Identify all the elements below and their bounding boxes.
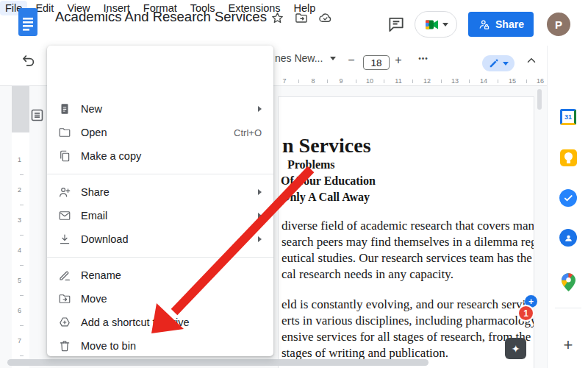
doc-subheading: Only A Call Away	[281, 191, 370, 204]
ruler-number: 14	[480, 77, 487, 85]
person-lock-icon	[478, 18, 490, 31]
comment-icon[interactable]	[387, 15, 406, 34]
font-size-decrease-button[interactable]: −	[345, 54, 357, 67]
ruler-margin-block	[12, 86, 29, 132]
font-family-value: nes New...	[275, 52, 323, 64]
star-icon[interactable]	[270, 11, 284, 26]
vertical-ruler: 1 2 3 4 5 6 7	[12, 86, 29, 368]
doc-text-line: search peers may find themselves in a di…	[282, 235, 534, 250]
account-avatar[interactable]: P	[547, 13, 570, 36]
ruler-number: 1	[18, 156, 21, 163]
chevron-down-icon	[503, 62, 509, 66]
doc-text-line: diverse field of academic research that …	[282, 219, 534, 233]
document-title[interactable]: Academics And Research Services	[55, 9, 267, 25]
menu-divider	[47, 174, 273, 174]
extension-sparkle-icon[interactable]: ✦	[505, 338, 526, 359]
doc-text-line: stages of writing and publication.	[282, 346, 448, 361]
ruler-number: 16	[537, 77, 544, 85]
ruler-number: 11	[395, 77, 401, 85]
pencil-icon	[489, 58, 499, 68]
shortcut-label: Ctrl+O	[234, 127, 262, 138]
docs-logo-icon[interactable]	[18, 7, 38, 37]
folder-move-icon	[58, 292, 71, 305]
menu-item-move[interactable]: Move	[47, 287, 273, 311]
doc-text-line: eld is constantly evolving, and our rese…	[282, 297, 531, 312]
undo-icon[interactable]	[21, 52, 37, 68]
drive-add-icon	[58, 316, 71, 329]
menu-item-download[interactable]: Download	[47, 227, 273, 251]
submenu-arrow-icon	[258, 106, 262, 112]
more-options-button[interactable]: •••	[414, 54, 433, 63]
document-outline-icon[interactable]	[29, 107, 45, 123]
menu-item-move-to-bin[interactable]: Move to bin	[47, 334, 273, 356]
pencil-icon	[58, 269, 71, 282]
ruler-number: 15	[509, 77, 516, 85]
document-page[interactable]: n Services Problems Of Your Education On…	[278, 96, 534, 368]
move-to-folder-icon[interactable]	[294, 11, 309, 26]
download-icon	[58, 233, 71, 246]
ruler-number: 12	[423, 77, 431, 85]
submenu-arrow-icon	[258, 213, 262, 219]
ruler-number: 4	[18, 247, 21, 254]
trash-icon	[58, 339, 71, 353]
folder-icon	[58, 126, 71, 139]
menu-item-rename[interactable]: Rename	[47, 263, 273, 287]
font-size-input[interactable]: 18	[363, 55, 390, 70]
font-size-increase-button[interactable]: +	[392, 54, 404, 67]
contacts-icon[interactable]	[559, 228, 578, 247]
ruler-number: 8	[311, 77, 315, 85]
editing-mode-button[interactable]	[482, 55, 514, 71]
keep-icon[interactable]	[559, 148, 578, 167]
submenu-arrow-icon	[258, 189, 262, 195]
ruler-number: 7	[18, 337, 21, 344]
app-header: Academics And Research Services File Edi…	[0, 0, 588, 46]
submenu-arrow-icon	[258, 236, 262, 242]
doc-subheading: Of Your Education	[281, 174, 376, 188]
font-family-select[interactable]: nes New...	[275, 52, 336, 64]
chevron-down-icon	[442, 23, 448, 26]
horizontal-scrollbar[interactable]	[7, 359, 429, 366]
panel-divider	[555, 308, 581, 308]
ruler-number: 6	[18, 307, 21, 314]
ruler-number: 9	[339, 77, 343, 85]
calendar-icon[interactable]: 31	[559, 107, 578, 127]
doc-heading: n Services	[282, 134, 371, 158]
share-label: Share	[495, 18, 524, 30]
doc-text-line: erts in various disciplines, including p…	[282, 314, 534, 328]
ruler-number: 3	[18, 216, 21, 224]
chevron-down-icon	[330, 57, 336, 60]
ruler-number: 2	[18, 186, 21, 194]
calendar-day: 31	[564, 113, 572, 121]
doc-text-line: ensive services for all stages of resear…	[282, 330, 534, 344]
doc-subheading: Problems	[287, 158, 335, 171]
doc-text-line: cal research needs in any capacity.	[282, 267, 453, 282]
doc-text-line: eutical studies. Our research services t…	[282, 251, 534, 266]
envelope-icon	[58, 209, 71, 222]
copy-icon	[58, 149, 71, 163]
menu-item-open[interactable]: Open Ctrl+O	[47, 121, 273, 144]
add-addon-button[interactable]: +	[548, 336, 588, 355]
meet-camera-icon	[424, 18, 440, 31]
ruler-number: 7	[282, 77, 286, 85]
file-menu-panel: New Open Ctrl+O Make a copy Share Email	[47, 46, 273, 356]
notification-badge: 1	[517, 305, 534, 322]
menu-item-share[interactable]: Share	[47, 180, 273, 204]
person-add-icon	[58, 185, 71, 199]
menu-item-email[interactable]: Email	[47, 204, 273, 227]
maps-icon[interactable]	[559, 272, 578, 291]
share-button[interactable]: Share	[468, 12, 534, 37]
menu-item-add-shortcut-to-drive[interactable]: Add a shortcut to Drive	[47, 311, 273, 334]
menu-divider	[47, 257, 273, 258]
cloud-status-icon[interactable]	[318, 11, 333, 26]
collapse-toolbar-icon[interactable]	[525, 54, 538, 67]
meet-button[interactable]	[415, 11, 457, 38]
ruler-number: 5	[18, 277, 21, 284]
ruler-number: 13	[451, 77, 459, 85]
menu-item-new[interactable]: New	[47, 97, 273, 121]
menu-item-make-a-copy[interactable]: Make a copy	[47, 144, 273, 168]
vertical-scrollbar[interactable]	[537, 89, 542, 110]
document-icon	[58, 102, 71, 116]
side-panel: 31 +	[547, 46, 588, 368]
ruler-number: 10	[366, 77, 373, 85]
tasks-icon[interactable]	[559, 188, 578, 208]
